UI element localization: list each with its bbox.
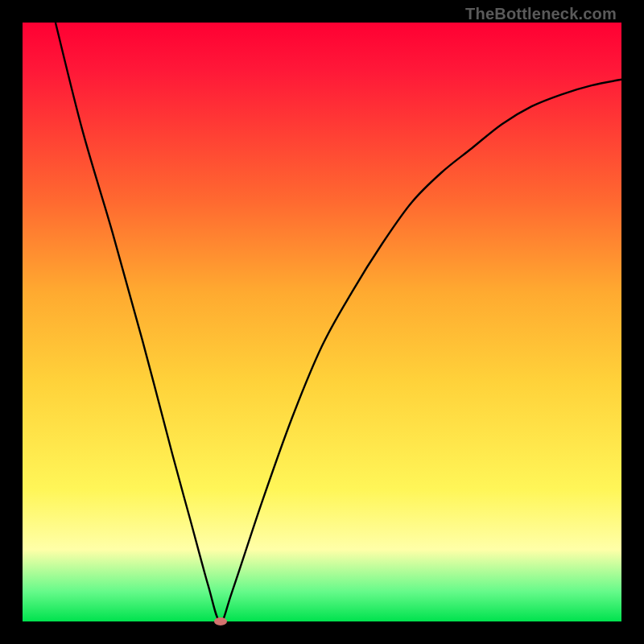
chart-area bbox=[23, 23, 621, 621]
minimum-marker bbox=[214, 617, 227, 625]
bottleneck-curve bbox=[23, 23, 621, 621]
watermark-text: TheBottleneck.com bbox=[465, 5, 617, 23]
